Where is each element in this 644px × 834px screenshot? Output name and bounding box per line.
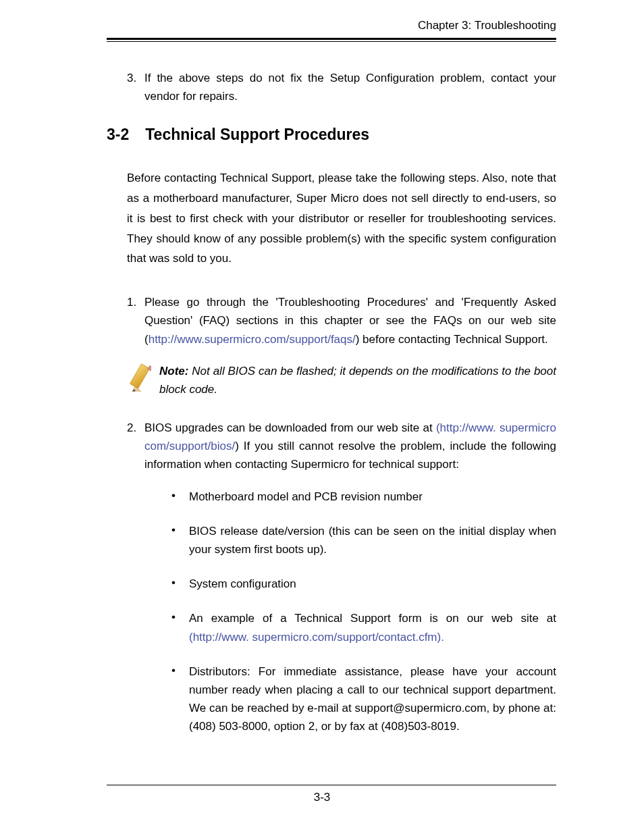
bullet-text: BIOS release date/version (this can be s…	[189, 522, 556, 558]
bullet-text: Distributors: For immediate assistance, …	[189, 662, 556, 736]
bullet-4-pre: An example of a Technical Support form i…	[189, 612, 556, 625]
bullet-list: • Motherboard model and PCB revision num…	[107, 488, 556, 736]
note-content: Not all BIOS can be flashed; it depends …	[159, 365, 556, 396]
pencil-icon	[127, 362, 151, 397]
bullet-item: • Distributors: For immediate assistance…	[171, 662, 556, 736]
list-text: BIOS upgrades can be downloaded from our…	[144, 419, 556, 474]
note-block: Note: Not all BIOS can be flashed; it de…	[107, 362, 556, 398]
section-title: Technical Support Procedures	[145, 126, 369, 144]
step-2: 2. BIOS upgrades can be downloaded from …	[107, 419, 556, 474]
bullet-item: • BIOS release date/version (this can be…	[171, 522, 556, 558]
chapter-header: Chapter 3: Troubleshooting	[107, 19, 556, 32]
bullet-text: Motherboard model and PCB revision numbe…	[189, 488, 556, 506]
note-label: Note:	[159, 365, 188, 377]
svg-rect-2	[130, 363, 149, 388]
bullet-text: An example of a Technical Support form i…	[189, 609, 556, 646]
faq-link[interactable]: http://www.supermicro.com/support/faqs/	[149, 333, 356, 346]
list-number: 1.	[127, 293, 144, 348]
list-text: If the above steps do not fix the Setup …	[144, 69, 556, 105]
bullet-item: • Motherboard model and PCB revision num…	[171, 488, 556, 506]
bullet-dot-icon: •	[171, 488, 178, 506]
bullet-item: • An example of a Technical Support form…	[171, 609, 556, 646]
bullet-dot-icon: •	[171, 522, 178, 558]
contact-link-part2[interactable]: supermicro.com/support/contact.cfm).	[252, 631, 444, 644]
bios-link-part1[interactable]: (http://www.	[436, 421, 496, 434]
bullet-dot-icon: •	[171, 575, 178, 593]
contact-link-part1[interactable]: (http://www.	[189, 631, 249, 644]
list-number: 2.	[127, 419, 144, 474]
bullet-dot-icon: •	[171, 609, 178, 646]
bullet-dot-icon: •	[171, 662, 178, 736]
bullet-item: • System configuration	[171, 575, 556, 593]
footer-divider	[107, 785, 556, 785]
step-1-post: ) before contacting Technical Support.	[356, 333, 548, 346]
list-text: Please go through the 'Troubleshooting P…	[144, 293, 556, 348]
intro-paragraph: Before contacting Technical Support, ple…	[107, 168, 556, 269]
step-2-pre: BIOS upgrades can be downloaded from our…	[144, 421, 436, 434]
note-text: Note: Not all BIOS can be flashed; it de…	[159, 362, 556, 398]
list-number: 3.	[127, 69, 144, 105]
step-1: 1. Please go through the 'Troubleshootin…	[107, 293, 556, 348]
section-number: 3-2	[107, 126, 129, 144]
bullet-text: System configuration	[189, 575, 556, 593]
top-list-item-3: 3. If the above steps do not fix the Set…	[107, 69, 556, 105]
header-divider	[107, 38, 556, 42]
section-heading: 3-2 Technical Support Procedures	[107, 126, 556, 144]
page-number: 3-3	[0, 791, 644, 804]
